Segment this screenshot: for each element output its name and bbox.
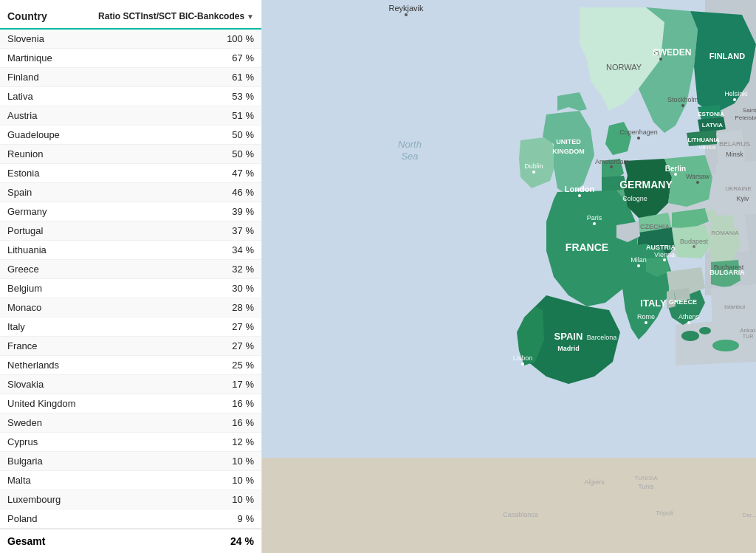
table-row[interactable]: Monaco 28 % bbox=[0, 298, 261, 317]
svg-point-42 bbox=[674, 173, 677, 176]
ratio-value: 67 % bbox=[232, 52, 254, 63]
table-row[interactable]: Greece 32 % bbox=[0, 260, 261, 279]
ratio-value: 50 % bbox=[232, 129, 254, 140]
svg-text:Dublin: Dublin bbox=[524, 162, 543, 170]
svg-point-15 bbox=[659, 58, 662, 61]
svg-point-37 bbox=[578, 194, 581, 197]
svg-point-23 bbox=[681, 104, 684, 107]
svg-text:Ankara: Ankara bbox=[740, 327, 756, 334]
table-row[interactable]: Malta 10 % bbox=[0, 471, 261, 490]
table-row[interactable]: Poland 9 % bbox=[0, 509, 261, 529]
table-row[interactable]: Finland 61 % bbox=[0, 68, 261, 87]
table-row[interactable]: Cyprus 12 % bbox=[0, 433, 261, 452]
table-row[interactable]: Bulgaria 10 % bbox=[0, 452, 261, 471]
table-row[interactable]: Spain 46 % bbox=[0, 183, 261, 202]
table-row[interactable]: Lativa 53 % bbox=[0, 87, 261, 106]
ratio-value: 28 % bbox=[232, 302, 254, 313]
svg-point-67 bbox=[521, 363, 524, 365]
svg-text:Algiers: Algiers bbox=[584, 478, 605, 486]
table-row[interactable]: Estonia 47 % bbox=[0, 164, 261, 183]
country-name: Reunion bbox=[7, 148, 43, 159]
table-row[interactable]: Italy 27 % bbox=[0, 317, 261, 337]
ratio-value: 10 % bbox=[232, 494, 254, 505]
country-name: Estonia bbox=[7, 168, 39, 179]
ratio-value: 25 % bbox=[232, 360, 254, 371]
table-row[interactable]: Guadeloupe 50 % bbox=[0, 126, 261, 145]
svg-text:Oslo: Oslo bbox=[654, 49, 668, 57]
column-ratio-header[interactable]: Ratio SCTInst/SCT BIC-Bankcodes ▼ bbox=[98, 11, 254, 21]
table-row[interactable]: Luxembourg 10 % bbox=[0, 490, 261, 509]
country-name: Belgium bbox=[7, 283, 42, 294]
svg-text:Barcelona: Barcelona bbox=[587, 334, 617, 341]
country-name: Lativa bbox=[7, 91, 33, 102]
table-row[interactable]: Sweden 16 % bbox=[0, 413, 261, 433]
table-row[interactable]: Belgium 30 % bbox=[0, 279, 261, 298]
table-row[interactable]: Germany 39 % bbox=[0, 202, 261, 221]
table-row[interactable]: Reunion 50 % bbox=[0, 145, 261, 164]
table-header: Country Ratio SCTInst/SCT BIC-Bankcodes … bbox=[0, 0, 261, 30]
table-row[interactable]: Lithuania 34 % bbox=[0, 241, 261, 260]
country-name: United Kingdom bbox=[7, 398, 76, 409]
svg-text:Paris: Paris bbox=[587, 214, 602, 221]
svg-text:Vilnius: Vilnius bbox=[698, 144, 715, 151]
table-row[interactable]: Slovakia 17 % bbox=[0, 375, 261, 394]
svg-point-25 bbox=[637, 137, 640, 140]
ratio-value: 30 % bbox=[232, 283, 254, 294]
country-name: Italy bbox=[7, 321, 25, 332]
table-footer: Gesamt 24 % bbox=[0, 529, 261, 553]
svg-text:Minsk: Minsk bbox=[726, 151, 743, 158]
ratio-value: 10 % bbox=[232, 475, 254, 486]
country-name: Sweden bbox=[7, 417, 42, 428]
country-name: Slovenia bbox=[7, 33, 44, 44]
ratio-value: 39 % bbox=[232, 206, 254, 217]
svg-text:Warsaw: Warsaw bbox=[686, 173, 710, 180]
country-name: Germany bbox=[7, 206, 47, 217]
svg-text:Casablanca: Casablanca bbox=[503, 511, 538, 518]
sort-arrow-icon: ▼ bbox=[247, 13, 254, 21]
ratio-value: 16 % bbox=[232, 398, 254, 409]
svg-point-35 bbox=[532, 171, 535, 174]
data-table-panel: Country Ratio SCTInst/SCT BIC-Bankcodes … bbox=[0, 0, 262, 553]
svg-point-9 bbox=[681, 331, 699, 341]
svg-point-19 bbox=[733, 98, 736, 101]
svg-point-60 bbox=[637, 264, 640, 267]
table-body[interactable]: Slovenia 100 % Martinique 67 % Finland 6… bbox=[0, 30, 261, 529]
ratio-value: 12 % bbox=[232, 436, 254, 447]
country-name: Lithuania bbox=[7, 244, 47, 255]
svg-text:Cologne: Cologne bbox=[622, 195, 647, 202]
svg-point-83 bbox=[405, 13, 408, 16]
svg-text:Vienna: Vienna bbox=[654, 251, 675, 258]
ratio-value: 53 % bbox=[232, 91, 254, 102]
ratio-value: 47 % bbox=[232, 168, 254, 179]
table-row[interactable]: Netherlands 25 % bbox=[0, 356, 261, 375]
country-name: Netherlands bbox=[7, 360, 59, 371]
table-row[interactable]: Martinique 67 % bbox=[0, 49, 261, 68]
table-row[interactable]: United Kingdom 16 % bbox=[0, 394, 261, 413]
svg-point-70 bbox=[687, 321, 690, 324]
svg-point-10 bbox=[699, 327, 711, 334]
svg-text:Milan: Milan bbox=[630, 256, 647, 264]
svg-text:North: North bbox=[398, 139, 422, 150]
table-row[interactable]: Austria 51 % bbox=[0, 106, 261, 126]
svg-text:Petersburg: Petersburg bbox=[735, 114, 756, 121]
ratio-value: 27 % bbox=[232, 340, 254, 351]
svg-text:Saint: Saint bbox=[743, 107, 756, 114]
country-name: Austria bbox=[7, 110, 37, 121]
svg-text:Stockholm: Stockholm bbox=[667, 96, 698, 103]
country-name: Cyprus bbox=[7, 436, 38, 447]
svg-point-49 bbox=[593, 222, 596, 225]
svg-text:Sea: Sea bbox=[401, 151, 418, 162]
table-row[interactable]: Slovenia 100 % bbox=[0, 30, 261, 49]
country-name: Slovakia bbox=[7, 379, 44, 390]
svg-text:Amsterdam: Amsterdam bbox=[595, 158, 629, 165]
country-name: Bulgaria bbox=[7, 456, 43, 467]
ratio-value: 50 % bbox=[232, 148, 254, 159]
column-country-header: Country bbox=[7, 10, 47, 22]
country-name: Finland bbox=[7, 72, 39, 83]
country-name: Luxembourg bbox=[7, 494, 61, 505]
country-name: France bbox=[7, 340, 37, 351]
svg-text:Tunis: Tunis bbox=[638, 483, 654, 490]
table-row[interactable]: France 27 % bbox=[0, 337, 261, 356]
ratio-value: 100 % bbox=[227, 33, 254, 44]
table-row[interactable]: Portugal 37 % bbox=[0, 221, 261, 241]
